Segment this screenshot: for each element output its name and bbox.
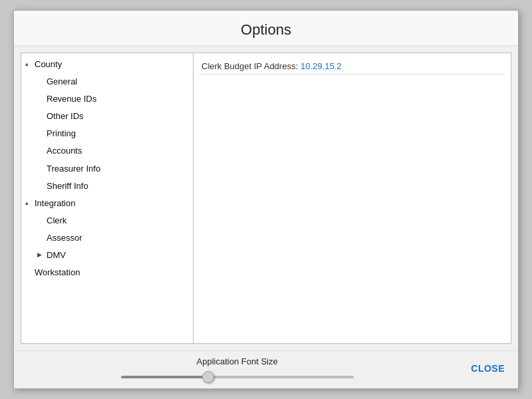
tree-label-integration: Integration [35, 196, 75, 211]
content-panel: Clerk Budget IP Address:10.29.15.2 [194, 53, 511, 344]
tree-label-other-ids: Other IDs [47, 109, 84, 124]
tree-label-county: County [35, 57, 62, 72]
tree-panel: ▴ County General Revenue IDs Other IDs P… [21, 53, 194, 344]
tree-item-workstation[interactable]: Workstation [21, 264, 193, 281]
dialog-body: ▴ County General Revenue IDs Other IDs P… [14, 46, 518, 350]
tree-label-accounts: Accounts [47, 144, 82, 158]
slider-container [121, 370, 354, 380]
tree-label-workstation: Workstation [35, 265, 80, 280]
tree-item-treasurer-info[interactable]: Treasurer Info [21, 160, 193, 178]
font-size-slider[interactable] [121, 376, 354, 378]
content-row-label: Clerk Budget IP Address: [201, 61, 298, 71]
tree-item-county[interactable]: ▴ County [21, 56, 193, 73]
close-button[interactable]: CLOSE [466, 360, 510, 376]
tree-label-printing: Printing [47, 126, 76, 141]
tree-item-general[interactable]: General [21, 73, 193, 90]
font-size-section: Application Font Size [22, 356, 452, 380]
tree-item-assessor[interactable]: Assessor [21, 229, 193, 247]
tree-item-accounts[interactable]: Accounts [21, 142, 193, 160]
tree-label-assessor: Assessor [47, 231, 82, 245]
tree-item-dmv[interactable]: ▶ DMV [21, 247, 193, 264]
tree-arrow-integration: ▴ [25, 198, 35, 208]
tree-label-sheriff-info: Sheriff Info [47, 179, 88, 194]
tree-item-revenue-ids[interactable]: Revenue IDs [21, 90, 193, 108]
font-size-label: Application Font Size [197, 356, 278, 366]
dialog-footer: Application Font Size CLOSE [14, 350, 518, 388]
tree-label-dmv: DMV [47, 248, 66, 263]
tree-arrow-dmv: ▶ [37, 250, 47, 260]
tree-label-revenue-ids: Revenue IDs [47, 92, 96, 106]
tree-label-clerk: Clerk [47, 213, 66, 228]
tree-item-clerk[interactable]: Clerk [21, 212, 193, 229]
tree-label-general: General [47, 74, 77, 89]
tree-label-treasurer-info: Treasurer Info [47, 162, 100, 176]
tree-arrow-county: ▴ [25, 59, 35, 69]
content-row-value[interactable]: 10.29.15.2 [301, 61, 341, 71]
options-dialog: Options ▴ County General Revenue IDs Oth… [13, 10, 519, 389]
tree-item-sheriff-info[interactable]: Sheriff Info [21, 178, 193, 195]
tree-item-other-ids[interactable]: Other IDs [21, 108, 193, 125]
tree-item-integration[interactable]: ▴ Integration [21, 195, 193, 212]
dialog-title: Options [14, 11, 518, 46]
tree-item-printing[interactable]: Printing [21, 125, 193, 142]
content-row: Clerk Budget IP Address:10.29.15.2 [199, 59, 505, 74]
